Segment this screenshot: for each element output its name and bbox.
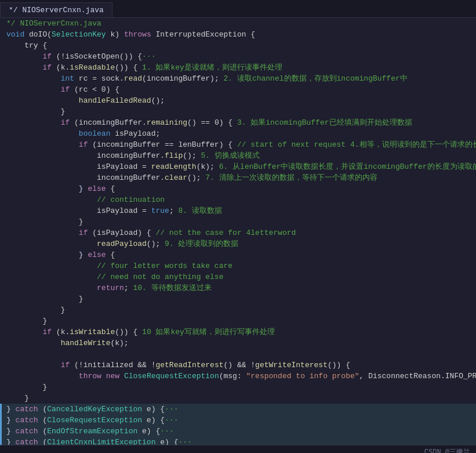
code-token: catch (16, 405, 38, 414)
code-token: ··· (142, 52, 155, 61)
code-token: CancelledKeyException (47, 405, 142, 414)
table-row: handleWrite(k); (0, 338, 476, 349)
code-token: } (6, 184, 88, 193)
code-token: if (79, 229, 88, 237)
code-token: catch (16, 427, 38, 436)
line-content: boolean isPayload; (2, 128, 476, 139)
table-row: } (0, 305, 476, 316)
code-token: doIO( (24, 30, 52, 39)
code-token: (msg: (219, 372, 246, 380)
code-token: // four letter words take care (97, 262, 232, 270)
code-token: 8. 读取数据 (178, 206, 221, 215)
code-token: ··· (165, 405, 178, 414)
code-token: } (6, 383, 47, 392)
code-token: isWritable (70, 328, 115, 336)
table-row: int rc = sock.read(incomingBuffer); 2. 读… (0, 73, 476, 84)
file-tab[interactable]: */ NIOServerCnxn.java (0, 2, 112, 17)
code-token (6, 284, 97, 292)
code-token: ; (124, 284, 133, 292)
table-row: throw new CloseRequestException(msg: "re… (0, 371, 476, 382)
code-token: 4.相等，说明读到的是下一个请求的长度值 (346, 140, 476, 149)
code-token (6, 96, 79, 105)
line-content: if (k.isReadable()) { 1. 如果key是读就绪，则进行读事… (2, 62, 476, 73)
code-token: (incomingBuffer); (142, 74, 223, 83)
code-token: true (151, 206, 169, 215)
line-content: } (2, 382, 476, 393)
code-token: e) { (142, 405, 165, 414)
table-row: void doIO(SelectionKey k) throws Interru… (0, 29, 476, 40)
code-token: (); (183, 151, 201, 160)
code-token: ( (38, 416, 48, 425)
code-token: void (6, 30, 24, 39)
code-token: int (61, 74, 74, 83)
code-token: if (79, 140, 88, 149)
code-token: incomingBuffer. (97, 151, 165, 160)
table-row: // need not do anything else (0, 271, 476, 282)
table-row: // continuation (0, 194, 476, 205)
tab-label: */ NIOServerCnxn.java (9, 6, 104, 15)
code-editor: */ NIOServerCnxn.java */ NIOServerCnxn.j… (0, 0, 476, 453)
table-row: } catch (CloseRequestException e) {··· (0, 415, 476, 426)
code-token: e) { (142, 416, 165, 425)
line-content: } catch (CancelledKeyException e) {··· (2, 404, 476, 415)
table-row: if (incomingBuffer.remaining() == 0) { 3… (0, 117, 476, 128)
code-token (6, 74, 61, 83)
code-token: } (6, 107, 65, 116)
code-token: isPayload = (97, 206, 151, 215)
table-row: incomingBuffer.flip(); 5. 切换成读模式 (0, 150, 476, 161)
code-token: if (61, 118, 70, 127)
code-token: } (6, 427, 16, 436)
code-token: (k. (52, 328, 70, 336)
code-token (6, 361, 61, 369)
code-token: (!initialized && ! (70, 361, 155, 369)
code-token: readPayload (97, 240, 147, 248)
code-token: (incomingBuffer. (70, 118, 147, 127)
code-token: readLength (151, 162, 197, 171)
line-content: incomingBuffer.flip(); 5. 切换成读模式 (2, 150, 476, 161)
code-token: ··· (160, 427, 173, 436)
code-token: e) { (137, 427, 160, 436)
table-row: } (0, 316, 476, 327)
table-row: if (k.isWritable()) { 10 如果key写就绪，则进行写事件… (0, 327, 476, 338)
code-token: (); (187, 173, 205, 182)
code-token (6, 273, 97, 281)
code-token: () && ! (224, 361, 256, 369)
table-row: handleFailedRead(); (0, 95, 476, 106)
code-token: } (6, 306, 65, 314)
code-token: boolean (79, 129, 111, 138)
line-content: } (2, 305, 476, 316)
code-token: 2. 读取channel的数据，存放到incomingBuffer中 (224, 74, 408, 83)
code-token: CloseRequestException (124, 372, 219, 380)
code-token: throw (79, 372, 101, 380)
code-token: } (6, 218, 83, 226)
code-token: getWriteInterest (255, 361, 328, 369)
table-row: // four letter words take care (0, 260, 476, 271)
line-content: } (2, 293, 476, 305)
line-content: */ NIOServerCnxn.java (2, 18, 476, 29)
code-token (6, 206, 97, 215)
code-token (6, 85, 61, 94)
code-token: isPayload; (110, 129, 160, 138)
code-token: 5. 切换成读模式 (201, 151, 260, 160)
code-token: (incomingBuffer == lenBuffer) { (88, 140, 237, 149)
code-token: // need not do anything else (97, 273, 223, 281)
code-token: "responded to info probe" (246, 372, 359, 380)
table-row: } (0, 393, 476, 404)
line-content: } (2, 393, 476, 404)
code-token: if (42, 328, 52, 336)
table-row: } else { (0, 183, 476, 194)
table-row (0, 349, 476, 360)
table-row: } (0, 216, 476, 227)
line-content: } catch (EndOfStreamException e) {··· (2, 426, 476, 437)
code-token: flip (165, 151, 183, 160)
code-token: if (61, 85, 70, 94)
line-content: isPayload = readLength(k); 6. 从lenBuffer… (2, 161, 476, 172)
code-token: handleWrite (61, 339, 111, 347)
table-row: } else { (0, 249, 476, 260)
tab-bar: */ NIOServerCnxn.java (0, 0, 476, 18)
table-row: if (!isSocketOpen()) {··· (0, 51, 476, 62)
code-token: else (88, 184, 106, 193)
table-row: if (rc < 0) { (0, 84, 476, 95)
code-token: (); (151, 96, 165, 105)
code-token (6, 118, 61, 127)
